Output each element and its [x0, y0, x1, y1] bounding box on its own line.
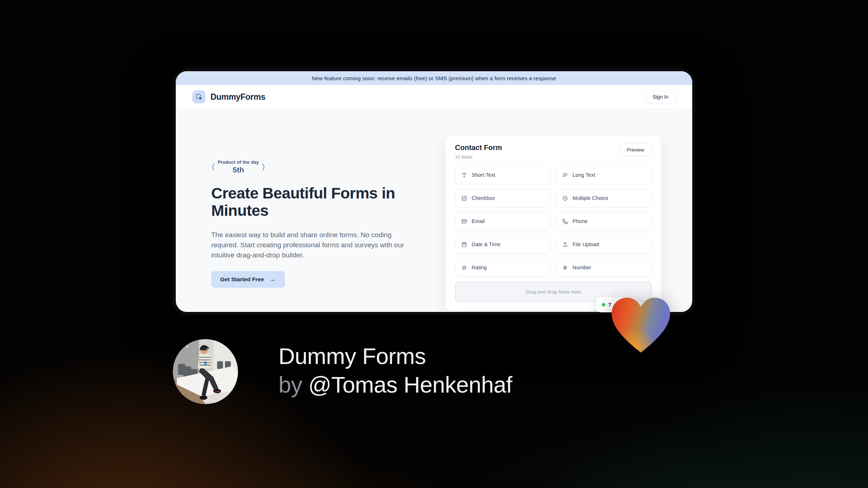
arrow-right-icon: →: [270, 276, 276, 283]
laurel-left-icon: [211, 156, 215, 177]
checkbox-icon: [461, 195, 467, 201]
phone-icon: [562, 218, 568, 224]
field-file-upload[interactable]: File Upload: [556, 235, 652, 254]
hash-icon: [562, 265, 568, 271]
form-card-header: Contact Form 10 fields Preview: [455, 144, 652, 160]
app-header: DummyForms Sign In: [176, 85, 692, 109]
product-of-the-day-badge: Product of the day 5th: [211, 156, 265, 177]
field-label: Email: [472, 218, 485, 224]
field-label: Checkbox: [472, 195, 495, 201]
field-label: Long Text: [573, 172, 595, 178]
announcement-banner: New feature coming soon: receive emails …: [176, 71, 692, 85]
hero-left-column: Product of the day 5th: [211, 156, 422, 288]
form-title: Contact Form: [455, 144, 502, 152]
field-label: Phone: [573, 218, 588, 224]
long-text-icon: [562, 172, 568, 178]
form-builder-card: Contact Form 10 fields Preview Short Tex…: [445, 135, 661, 311]
browser-window: New feature coming soon: receive emails …: [173, 69, 695, 314]
award-rank: 5th: [218, 166, 259, 174]
preview-button[interactable]: Preview: [619, 144, 652, 156]
avatar-illustration: [173, 339, 238, 404]
short-text-icon: [461, 172, 467, 178]
envelope-icon: [461, 218, 467, 224]
sign-in-button[interactable]: Sign In: [645, 90, 676, 104]
field-short-text[interactable]: Short Text: [455, 166, 551, 184]
field-label: File Upload: [573, 241, 599, 247]
get-started-button[interactable]: Get Started Free →: [211, 271, 285, 288]
field-label: Number: [573, 265, 591, 270]
dropzone-text: Drag and drop fields here: [526, 289, 581, 295]
field-type-grid: Short Text Long Text Checkbox: [455, 166, 652, 277]
laurel-right-icon: [262, 156, 265, 177]
field-multiple-choice[interactable]: Multiple Choice: [556, 189, 652, 207]
field-label: Date & Time: [472, 241, 501, 247]
field-label: Multiple Choice: [573, 195, 608, 201]
award-title: Product of the day: [218, 159, 259, 165]
field-rating[interactable]: Rating: [455, 258, 551, 277]
page-title: Create Beautiful Forms in Minutes: [211, 184, 422, 219]
avatar-photo: [173, 339, 238, 404]
field-date-time[interactable]: Date & Time: [455, 235, 551, 254]
field-long-text[interactable]: Long Text: [556, 166, 652, 184]
hero-section: Product of the day 5th: [176, 109, 692, 312]
field-number[interactable]: Number: [556, 258, 652, 277]
announcement-text: New feature coming soon: receive emails …: [312, 75, 556, 81]
promo-canvas: New feature coming soon: receive emails …: [0, 0, 868, 488]
gradient-heart-icon: [606, 293, 676, 357]
brand-logo[interactable]: [192, 90, 205, 103]
award-text: Product of the day 5th: [218, 159, 259, 174]
calendar-icon: [461, 241, 467, 248]
upload-icon: [562, 241, 568, 248]
star-icon: [461, 265, 467, 271]
status-dot-icon: [602, 303, 605, 307]
brand-name: DummyForms: [210, 92, 265, 102]
byline-prefix: by: [278, 372, 302, 397]
get-started-label: Get Started Free: [220, 276, 264, 283]
field-checkbox[interactable]: Checkbox: [455, 189, 551, 207]
product-name: Dummy Forms: [278, 342, 512, 371]
field-phone[interactable]: Phone: [556, 212, 652, 231]
author-handle: @Tomas Henkenhaf: [309, 372, 512, 397]
form-field-count: 10 fields: [455, 154, 502, 160]
radio-icon: [562, 195, 568, 201]
attribution-caption: Dummy Forms by @Tomas Henkenhaf: [278, 342, 512, 399]
field-label: Rating: [472, 265, 487, 270]
hero-description: The easiest way to build and share onlin…: [211, 230, 420, 260]
field-label: Short Text: [472, 172, 495, 178]
dashed-select-cursor-icon: [195, 93, 203, 101]
field-email[interactable]: Email: [455, 212, 551, 231]
